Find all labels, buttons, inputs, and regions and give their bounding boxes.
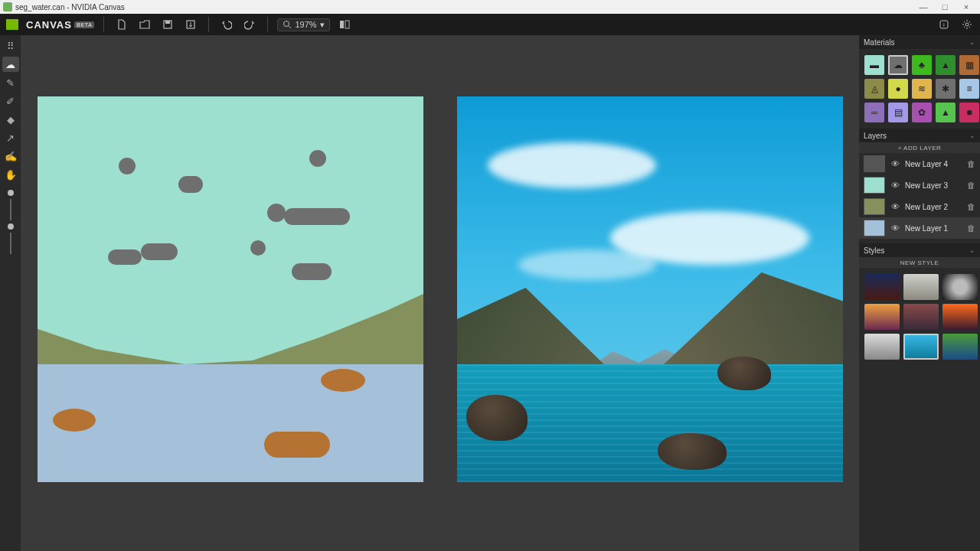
svg-rect-4 bbox=[340, 21, 344, 28]
zoom-caret: ▾ bbox=[320, 20, 325, 30]
layer-row[interactable]: 👁New Layer 2🗑 bbox=[859, 196, 980, 217]
help-button[interactable]: i bbox=[936, 16, 952, 33]
nvidia-logo-icon bbox=[6, 19, 18, 30]
chevron-down-icon: ⌄ bbox=[969, 132, 975, 139]
current-material-indicator[interactable]: ☁ bbox=[2, 57, 19, 72]
material-snow[interactable]: ≡ bbox=[959, 79, 979, 99]
chevron-down-icon: ⌄ bbox=[969, 38, 975, 46]
styles-grid bbox=[859, 268, 980, 369]
material-grass[interactable]: ♣ bbox=[912, 55, 932, 75]
rendered-canvas[interactable] bbox=[457, 96, 843, 482]
material-tree[interactable]: ▲ bbox=[936, 103, 956, 122]
add-layer-button[interactable]: + ADD LAYER bbox=[859, 142, 980, 153]
slider-track bbox=[10, 233, 11, 254]
slider-track bbox=[10, 199, 11, 220]
seg-cloud-stroke bbox=[178, 176, 203, 193]
right-panel: Materials ⌄ ▬☁♣▲▦◬●≋✱≡═▤✿▲■ Layers ⌄ + A… bbox=[859, 35, 980, 551]
style-thumbnail-5[interactable] bbox=[942, 304, 978, 330]
seg-rock-stroke bbox=[321, 369, 365, 392]
delete-layer-icon[interactable]: 🗑 bbox=[967, 202, 975, 211]
window-maximize-button[interactable]: □ bbox=[934, 2, 956, 11]
brand-name: CANVAS bbox=[26, 19, 72, 31]
app-brand: CANVAS BETA bbox=[26, 19, 94, 31]
slider-handle[interactable] bbox=[8, 223, 14, 230]
render-rock bbox=[717, 357, 771, 390]
move-tool[interactable]: ⠿ bbox=[2, 38, 19, 54]
seg-cloud-stroke bbox=[292, 263, 332, 280]
style-thumbnail-3[interactable] bbox=[864, 304, 900, 330]
style-thumbnail-4[interactable] bbox=[903, 304, 939, 330]
seg-rock-stroke bbox=[53, 409, 96, 432]
material-mountain[interactable]: ▲ bbox=[936, 55, 956, 75]
os-titlebar: seg_water.can - NVIDIA Canvas — □ × bbox=[0, 0, 980, 14]
materials-panel-header[interactable]: Materials ⌄ bbox=[859, 35, 980, 49]
seg-cloud-stroke bbox=[309, 150, 326, 167]
material-flower[interactable]: ✿ bbox=[912, 103, 932, 122]
segmentation-canvas[interactable] bbox=[38, 96, 423, 482]
material-hill[interactable]: ◬ bbox=[864, 79, 884, 99]
eyedropper-tool[interactable]: ✍ bbox=[2, 148, 19, 164]
layer-row[interactable]: 👁New Layer 4🗑 bbox=[859, 153, 980, 174]
brand-beta-badge: BETA bbox=[74, 21, 95, 28]
svg-rect-1 bbox=[165, 21, 170, 24]
compare-toggle-button[interactable] bbox=[336, 16, 353, 33]
material-rock[interactable]: ■ bbox=[959, 103, 979, 122]
open-file-button[interactable] bbox=[136, 16, 153, 33]
seg-rock-stroke bbox=[264, 432, 330, 458]
render-rock bbox=[466, 395, 528, 441]
export-button[interactable] bbox=[182, 16, 199, 33]
seg-cloud-stroke bbox=[250, 240, 266, 256]
redo-button[interactable] bbox=[241, 16, 258, 33]
undo-button[interactable] bbox=[218, 16, 235, 33]
window-minimize-button[interactable]: — bbox=[913, 2, 934, 11]
layer-row[interactable]: 👁New Layer 1🗑 bbox=[859, 217, 980, 239]
brush-size-slider[interactable] bbox=[0, 190, 21, 254]
material-cloud[interactable]: ☁ bbox=[888, 55, 908, 75]
settings-button[interactable] bbox=[959, 16, 975, 33]
style-thumbnail-6[interactable] bbox=[864, 334, 900, 360]
layer-thumbnail bbox=[864, 198, 885, 215]
layer-thumbnail bbox=[864, 220, 885, 236]
material-sea[interactable]: ▤ bbox=[888, 103, 908, 122]
layers-list: 👁New Layer 4🗑👁New Layer 3🗑👁New Layer 2🗑👁… bbox=[859, 153, 980, 239]
zoom-value: 197% bbox=[295, 20, 316, 29]
fill-tool[interactable]: ◆ bbox=[2, 112, 19, 127]
zoom-control[interactable]: 197% ▾ bbox=[277, 18, 329, 31]
delete-layer-icon[interactable]: 🗑 bbox=[967, 181, 975, 190]
pan-tool[interactable]: ✋ bbox=[2, 167, 19, 182]
visibility-toggle-icon[interactable]: 👁 bbox=[890, 159, 900, 168]
save-button[interactable] bbox=[159, 16, 176, 33]
styles-panel-header[interactable]: Styles ⌄ bbox=[859, 243, 980, 257]
magnifier-icon bbox=[283, 20, 292, 29]
material-sky[interactable]: ▬ bbox=[864, 55, 884, 75]
app-toolbar: CANVAS BETA 197% ▾ i bbox=[0, 14, 980, 35]
new-file-button[interactable] bbox=[113, 16, 130, 33]
material-gravel[interactable]: ✱ bbox=[936, 79, 956, 99]
materials-title: Materials bbox=[864, 38, 895, 47]
visibility-toggle-icon[interactable]: 👁 bbox=[890, 202, 900, 211]
window-close-button[interactable]: × bbox=[956, 2, 977, 11]
brush-tool[interactable]: ✎ bbox=[2, 75, 19, 90]
pencil-tool[interactable]: ✐ bbox=[2, 93, 19, 109]
delete-layer-icon[interactable]: 🗑 bbox=[967, 159, 975, 168]
material-sand[interactable]: ≋ bbox=[912, 79, 932, 99]
style-thumbnail-7[interactable] bbox=[903, 334, 939, 360]
material-fog[interactable]: ═ bbox=[864, 103, 884, 122]
style-thumbnail-8[interactable] bbox=[942, 334, 978, 360]
visibility-toggle-icon[interactable]: 👁 bbox=[890, 181, 900, 190]
workspace bbox=[21, 35, 859, 551]
material-bush[interactable]: ● bbox=[888, 79, 908, 99]
layer-row[interactable]: 👁New Layer 3🗑 bbox=[859, 174, 980, 196]
render-rock bbox=[658, 433, 727, 470]
line-tool[interactable]: ↗ bbox=[2, 130, 19, 145]
layer-name-label: New Layer 2 bbox=[905, 203, 962, 211]
new-style-button[interactable]: NEW STYLE bbox=[859, 257, 980, 268]
layer-thumbnail bbox=[864, 177, 885, 194]
visibility-toggle-icon[interactable]: 👁 bbox=[890, 223, 900, 233]
material-dirt[interactable]: ▦ bbox=[959, 55, 979, 75]
layers-panel-header[interactable]: Layers ⌄ bbox=[859, 129, 980, 142]
style-thumbnail-0[interactable] bbox=[864, 274, 900, 300]
style-thumbnail-1[interactable] bbox=[903, 274, 939, 300]
delete-layer-icon[interactable]: 🗑 bbox=[967, 223, 975, 233]
style-thumbnail-2[interactable] bbox=[942, 274, 978, 300]
